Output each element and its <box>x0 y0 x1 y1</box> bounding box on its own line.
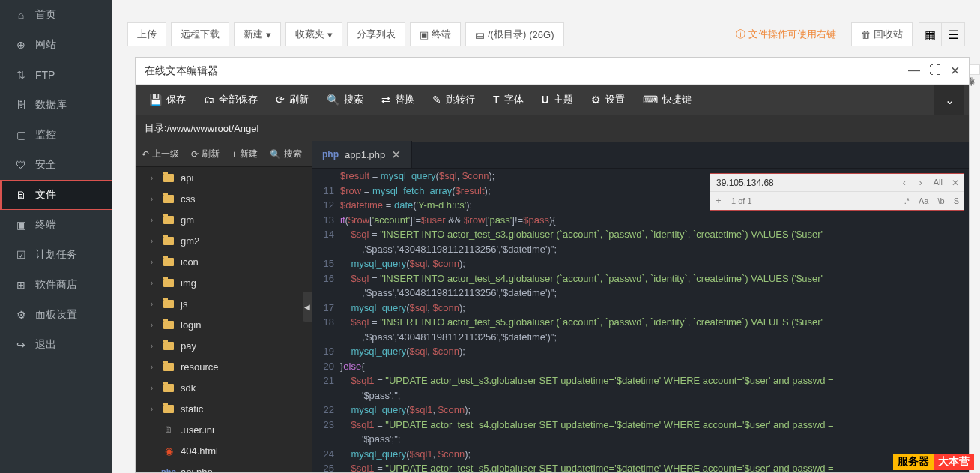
word-option[interactable]: \b <box>933 195 949 208</box>
sidebar-item-store[interactable]: ⊞软件商店 <box>0 270 112 300</box>
terminal-icon: ▣ <box>420 29 429 40</box>
folder-icon <box>163 363 174 371</box>
find-widget: ‹ › All ✕ + 1 of 1 .* Aa \b S <box>710 173 964 211</box>
collapse-toolbar-button[interactable]: ⌄ <box>934 85 964 115</box>
filetree-item[interactable]: ›api <box>136 167 312 188</box>
fold-sidebar-handle[interactable]: ◀ <box>303 292 312 322</box>
gear-icon: ⚙ <box>591 94 601 106</box>
editor-title: 在线文本编辑器 <box>145 64 218 78</box>
filetree-item[interactable]: phpapi.php <box>136 461 312 472</box>
ft-search-button[interactable]: 🔍 搜索 <box>264 142 308 166</box>
replace-button[interactable]: ⇄替换 <box>372 85 423 115</box>
filetree-item[interactable]: ›login <box>136 314 312 335</box>
disk-icon: 🖴 <box>475 29 485 40</box>
tab-app1-php[interactable]: php app1.php ✕ <box>312 141 412 168</box>
replace-icon: ⇄ <box>381 94 390 106</box>
new-button[interactable]: 新建 ▾ <box>234 22 281 46</box>
theme-button[interactable]: U主题 <box>533 85 582 115</box>
remote-download-button[interactable]: 远程下载 <box>171 22 229 46</box>
sidebar-item-monitor[interactable]: ▢监控 <box>0 120 112 150</box>
share-list-button[interactable]: 分享列表 <box>347 22 405 46</box>
theme-icon: U <box>542 94 549 106</box>
settings-button[interactable]: ⚙设置 <box>582 85 634 115</box>
selection-option[interactable]: S <box>949 195 964 208</box>
sidebar-item-home[interactable]: ⌂首页 <box>0 0 112 30</box>
ftp-icon: ⇅ <box>14 68 28 82</box>
sidebar-item-calendar[interactable]: ☑计划任务 <box>0 240 112 270</box>
close-tab-icon[interactable]: ✕ <box>391 148 401 162</box>
filetree-item[interactable]: 🗎.user.ini <box>136 419 312 440</box>
php-icon: php <box>163 467 175 472</box>
filetree-item[interactable]: ›js <box>136 293 312 314</box>
recycle-button[interactable]: 🗑 回收站 <box>851 22 913 46</box>
store-icon: ⊞ <box>14 278 28 292</box>
file-toolbar: 上传 远程下载 新建 ▾ 收藏夹 ▾ 分享列表 ▣ 终端 🖴 /(根目录) (2… <box>112 16 980 52</box>
filetree-item[interactable]: ›pay <box>136 335 312 356</box>
filetree-item[interactable]: ›sdk <box>136 377 312 398</box>
filetree-item-name: img <box>181 277 196 289</box>
shortcut-button[interactable]: ⌨快捷键 <box>634 85 701 115</box>
find-next-button[interactable]: › <box>913 176 929 190</box>
grid-view-button[interactable]: ▦ <box>919 23 942 46</box>
folder-icon <box>163 195 174 203</box>
settings-icon: ⚙ <box>14 308 28 322</box>
font-button[interactable]: T字体 <box>484 85 533 115</box>
filetree-item[interactable]: ◉404.html <box>136 440 312 461</box>
favorites-button[interactable]: 收藏夹 ▾ <box>285 22 342 46</box>
hint-text: ⓘ 文件操作可使用右键 <box>727 23 845 46</box>
search-button[interactable]: 🔍搜索 <box>318 85 372 115</box>
minimize-icon[interactable]: — <box>908 64 920 78</box>
code-editor[interactable]: 1112131415161718192021222324252627282930… <box>312 169 969 472</box>
refresh-button[interactable]: ⟳刷新 <box>267 85 318 115</box>
filetree-item[interactable]: ›css <box>136 188 312 209</box>
folder-icon <box>163 237 174 245</box>
root-path-button[interactable]: 🖴 /(根目录) (26G) <box>465 22 564 46</box>
sidebar-item-logout[interactable]: ↪退出 <box>0 330 112 360</box>
sidebar-item-database[interactable]: 🗄数据库 <box>0 90 112 120</box>
find-prev-button[interactable]: ‹ <box>896 176 913 190</box>
filetree-item[interactable]: ›gm2 <box>136 230 312 251</box>
shield-icon: 🛡 <box>14 158 28 172</box>
close-icon[interactable]: ✕ <box>950 64 960 78</box>
sidebar-item-globe[interactable]: ⊕网站 <box>0 30 112 60</box>
folder-icon <box>163 405 174 413</box>
save-button[interactable]: 💾保存 <box>140 85 195 115</box>
ft-up-button[interactable]: ↶ 上一级 <box>136 142 185 166</box>
filetree-item[interactable]: ›gm <box>136 209 312 230</box>
ft-new-button[interactable]: + 新建 <box>226 142 264 166</box>
refresh-icon: ⟳ <box>276 94 285 106</box>
terminal-button[interactable]: ▣ 终端 <box>410 22 461 46</box>
sidebar-item-label: 文件 <box>35 188 56 202</box>
html-icon: ◉ <box>163 445 175 457</box>
filetree-item[interactable]: ›icon <box>136 251 312 272</box>
case-option[interactable]: Aa <box>914 195 933 208</box>
filetree-item[interactable]: ›img <box>136 272 312 293</box>
editor-toolbar: 💾保存 🗂全部保存 ⟳刷新 🔍搜索 ⇄替换 ✎跳转行 T字体 U主题 ⚙设置 ⌨… <box>136 85 969 115</box>
editor-window: 在线文本编辑器 — ⛶ ✕ 💾保存 🗂全部保存 ⟳刷新 🔍搜索 ⇄替换 ✎跳转行… <box>135 57 970 473</box>
sidebar-item-settings[interactable]: ⚙面板设置 <box>0 300 112 330</box>
sidebar-item-label: 面板设置 <box>35 308 77 322</box>
list-view-button[interactable]: ☰ <box>942 23 964 46</box>
search-icon: 🔍 <box>327 94 339 106</box>
upload-button[interactable]: 上传 <box>127 22 166 46</box>
sidebar-item-file[interactable]: 🗎文件 <box>0 180 112 210</box>
replace-toggle-button[interactable]: + <box>710 194 727 208</box>
goto-button[interactable]: ✎跳转行 <box>423 85 484 115</box>
find-all-label[interactable]: All <box>929 176 947 189</box>
filetree-item-name: gm <box>181 214 194 226</box>
sidebar-item-terminal[interactable]: ▣终端 <box>0 210 112 240</box>
maximize-icon[interactable]: ⛶ <box>929 64 941 78</box>
save-all-button[interactable]: 🗂全部保存 <box>195 85 267 115</box>
sidebar-item-ftp[interactable]: ⇅FTP <box>0 60 112 90</box>
find-close-button[interactable]: ✕ <box>947 176 964 190</box>
folder-icon <box>163 258 174 266</box>
filetree-item[interactable]: ›resource <box>136 356 312 377</box>
sidebar-item-shield[interactable]: 🛡安全 <box>0 150 112 180</box>
find-input[interactable] <box>710 178 896 188</box>
code-pane: ◀ php app1.php ✕ 11121314151617181920212… <box>312 142 969 472</box>
filetree-item[interactable]: ›static <box>136 398 312 419</box>
regex-option[interactable]: .* <box>900 195 914 208</box>
font-icon: T <box>493 94 500 106</box>
ft-refresh-button[interactable]: ⟳ 刷新 <box>185 142 226 166</box>
goto-icon: ✎ <box>432 94 441 106</box>
